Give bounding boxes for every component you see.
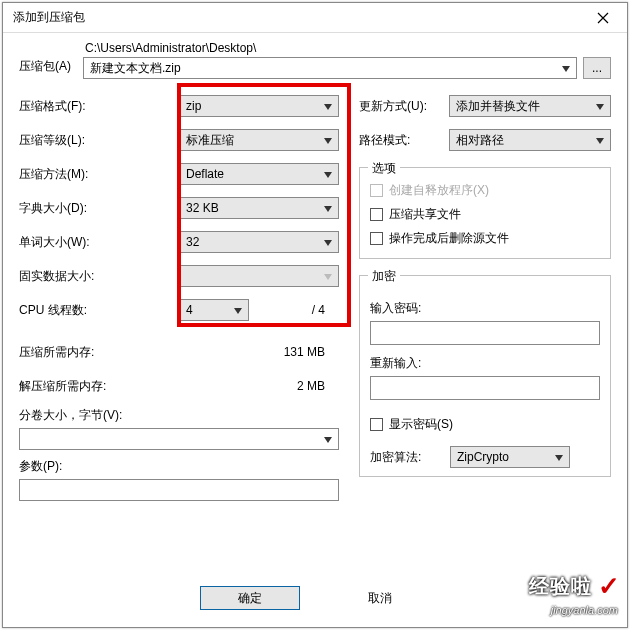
repassword-label: 重新输入:	[370, 355, 600, 372]
watermark: 经验啦 ✓ jingyanla.com	[529, 571, 620, 602]
format-label: 压缩格式(F):	[19, 98, 179, 115]
path-mode-label: 路径模式:	[359, 132, 449, 149]
window-title: 添加到压缩包	[13, 9, 85, 26]
dict-value: 32 KB	[186, 201, 219, 215]
update-mode-combo[interactable]: 添加并替换文件	[449, 95, 611, 117]
cancel-button[interactable]: 取消	[330, 586, 430, 610]
show-password-label: 显示密码(S)	[389, 416, 453, 433]
option-delete-label: 操作完成后删除源文件	[389, 230, 509, 247]
mem-comp-label: 压缩所需内存:	[19, 344, 179, 361]
checkbox-box-icon	[370, 418, 383, 431]
chevron-down-icon	[322, 167, 334, 181]
chevron-down-icon	[322, 432, 334, 446]
solid-combo	[179, 265, 339, 287]
level-label: 压缩等级(L):	[19, 132, 179, 149]
mem-decomp-value: 2 MB	[179, 379, 339, 393]
archive-name-combo[interactable]: 新建文本文档.zip	[83, 57, 577, 79]
archive-label: 压缩包(A)	[19, 58, 77, 79]
params-input[interactable]	[19, 479, 339, 501]
split-size-combo[interactable]	[19, 428, 339, 450]
option-delete-checkbox[interactable]: 操作完成后删除源文件	[370, 226, 600, 250]
left-column: 压缩格式(F): zip 压缩等级(L): 标准压缩 压缩方法(M):	[19, 89, 339, 501]
dialog-window: 添加到压缩包 压缩包(A) C:\Users\Administrator\Des…	[2, 2, 628, 628]
update-mode-label: 更新方式(U):	[359, 98, 449, 115]
path-mode-combo[interactable]: 相对路径	[449, 129, 611, 151]
cpu-value: 4	[186, 303, 193, 317]
solid-label: 固实数据大小:	[19, 268, 179, 285]
chevron-down-icon	[594, 133, 606, 147]
option-share-checkbox[interactable]: 压缩共享文件	[370, 202, 600, 226]
format-combo[interactable]: zip	[179, 95, 339, 117]
chevron-down-icon	[594, 99, 606, 113]
chevron-down-icon	[322, 269, 334, 283]
enc-algo-combo[interactable]: ZipCrypto	[450, 446, 570, 468]
chevron-down-icon	[322, 133, 334, 147]
params-label: 参数(P):	[19, 458, 339, 475]
browse-button[interactable]: ...	[583, 57, 611, 79]
encryption-groupbox: 加密 输入密码: 重新输入: 显示密码(S) 加密算法: ZipCrypto	[359, 275, 611, 477]
chevron-down-icon	[322, 201, 334, 215]
chevron-down-icon	[553, 450, 565, 464]
dict-combo[interactable]: 32 KB	[179, 197, 339, 219]
chevron-down-icon	[232, 303, 244, 317]
checkbox-box-icon	[370, 184, 383, 197]
method-label: 压缩方法(M):	[19, 166, 179, 183]
show-password-checkbox[interactable]: 显示密码(S)	[370, 412, 600, 436]
dialog-content: 压缩包(A) C:\Users\Administrator\Desktop\ 新…	[3, 33, 627, 579]
method-value: Deflate	[186, 167, 224, 181]
word-combo[interactable]: 32	[179, 231, 339, 253]
archive-row: 压缩包(A) C:\Users\Administrator\Desktop\ 新…	[19, 41, 611, 79]
dict-label: 字典大小(D):	[19, 200, 179, 217]
password-label: 输入密码:	[370, 300, 600, 317]
checkmark-icon: ✓	[598, 571, 620, 602]
archive-path-text: C:\Users\Administrator\Desktop\	[83, 41, 577, 55]
method-combo[interactable]: Deflate	[179, 163, 339, 185]
enc-algo-label: 加密算法:	[370, 449, 440, 466]
archive-name-value: 新建文本文档.zip	[90, 60, 181, 77]
right-column: 更新方式(U): 添加并替换文件 路径模式: 相对路径 选项	[359, 89, 611, 501]
cpu-threads-combo[interactable]: 4	[179, 299, 249, 321]
checkbox-box-icon	[370, 232, 383, 245]
chevron-down-icon	[322, 235, 334, 249]
option-sfx-checkbox: 创建自释放程序(X)	[370, 178, 600, 202]
ok-button-label: 确定	[238, 590, 262, 607]
repassword-input[interactable]	[370, 376, 600, 400]
cancel-button-label: 取消	[368, 590, 392, 607]
chevron-down-icon	[322, 99, 334, 113]
close-button[interactable]	[583, 7, 623, 29]
option-sfx-label: 创建自释放程序(X)	[389, 182, 489, 199]
update-mode-value: 添加并替换文件	[456, 98, 540, 115]
format-value: zip	[186, 99, 201, 113]
word-value: 32	[186, 235, 199, 249]
level-value: 标准压缩	[186, 132, 234, 149]
columns: 压缩格式(F): zip 压缩等级(L): 标准压缩 压缩方法(M):	[19, 89, 611, 501]
close-icon	[597, 12, 609, 24]
level-combo[interactable]: 标准压缩	[179, 129, 339, 151]
path-mode-value: 相对路径	[456, 132, 504, 149]
split-label: 分卷大小，字节(V):	[19, 407, 339, 424]
option-share-label: 压缩共享文件	[389, 206, 461, 223]
ok-button[interactable]: 确定	[200, 586, 300, 610]
chevron-down-icon	[560, 61, 572, 75]
mem-comp-value: 131 MB	[179, 345, 339, 359]
titlebar: 添加到压缩包	[3, 3, 627, 33]
word-label: 单词大小(W):	[19, 234, 179, 251]
archive-path-wrap: C:\Users\Administrator\Desktop\ 新建文本文档.z…	[83, 41, 577, 79]
encryption-legend: 加密	[368, 268, 400, 285]
options-groupbox: 选项 创建自释放程序(X) 压缩共享文件 操作完成后删除源文件	[359, 167, 611, 259]
watermark-brand: 经验啦	[529, 573, 592, 600]
password-input[interactable]	[370, 321, 600, 345]
options-legend: 选项	[368, 160, 400, 177]
cpu-total-label: / 4	[312, 303, 339, 317]
browse-button-label: ...	[592, 61, 602, 75]
mem-decomp-label: 解压缩所需内存:	[19, 378, 179, 395]
watermark-url: jingyanla.com	[551, 604, 618, 616]
cpu-label: CPU 线程数:	[19, 302, 179, 319]
checkbox-box-icon	[370, 208, 383, 221]
enc-algo-value: ZipCrypto	[457, 450, 509, 464]
